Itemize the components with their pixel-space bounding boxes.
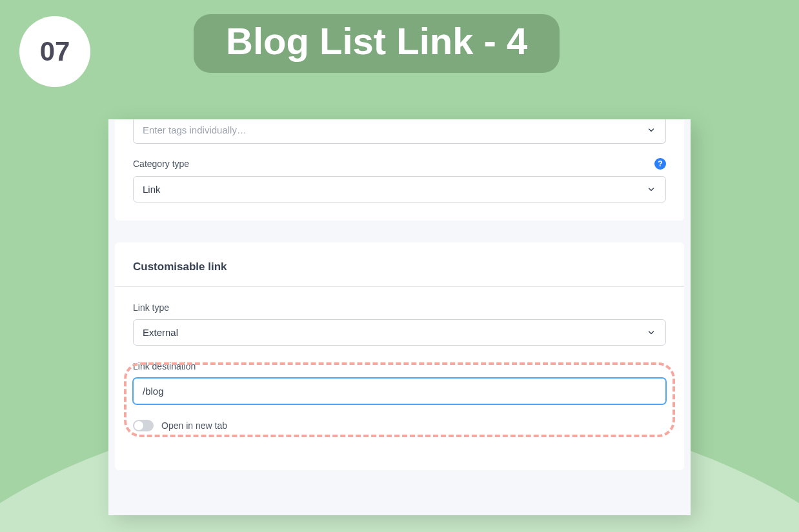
- category-type-select[interactable]: Link: [133, 176, 666, 202]
- category-type-label: Category type: [133, 159, 189, 169]
- page-title-text: Blog List Link - 4: [226, 20, 527, 62]
- step-number-badge: 07: [19, 16, 90, 87]
- tags-placeholder: Enter tags individually…: [143, 124, 247, 135]
- card-customisable-link: Customisable link Link type External Lin…: [115, 242, 684, 470]
- category-type-label-row: Category type ?: [133, 158, 666, 170]
- link-type-label-row: Link type: [133, 302, 666, 313]
- open-new-tab-label: Open in new tab: [161, 420, 227, 431]
- chevron-down-icon: [646, 328, 656, 338]
- chevron-down-icon: [646, 184, 656, 195]
- link-type-value: External: [143, 327, 178, 338]
- app-screenshot: Enter tags individually… Category type ?…: [108, 119, 691, 515]
- link-destination-label: Link destination: [133, 361, 196, 371]
- help-icon[interactable]: ?: [654, 158, 666, 170]
- link-type-label: Link type: [133, 302, 169, 313]
- chevron-down-icon: [646, 125, 656, 135]
- page-title-pill: Blog List Link - 4: [194, 14, 560, 73]
- link-destination-value: /blog: [143, 386, 164, 397]
- link-type-select[interactable]: External: [133, 319, 666, 346]
- card-category: Enter tags individually… Category type ?…: [115, 119, 684, 221]
- category-type-value: Link: [143, 184, 161, 195]
- open-new-tab-row: Open in new tab: [133, 420, 666, 431]
- section-divider: [115, 286, 684, 287]
- open-new-tab-toggle[interactable]: [133, 420, 154, 431]
- link-destination-label-row: Link destination: [133, 361, 666, 371]
- link-destination-input[interactable]: /blog: [133, 378, 666, 404]
- section-title: Customisable link: [133, 261, 666, 286]
- step-number-text: 07: [40, 36, 70, 67]
- tags-input[interactable]: Enter tags individually…: [133, 119, 666, 144]
